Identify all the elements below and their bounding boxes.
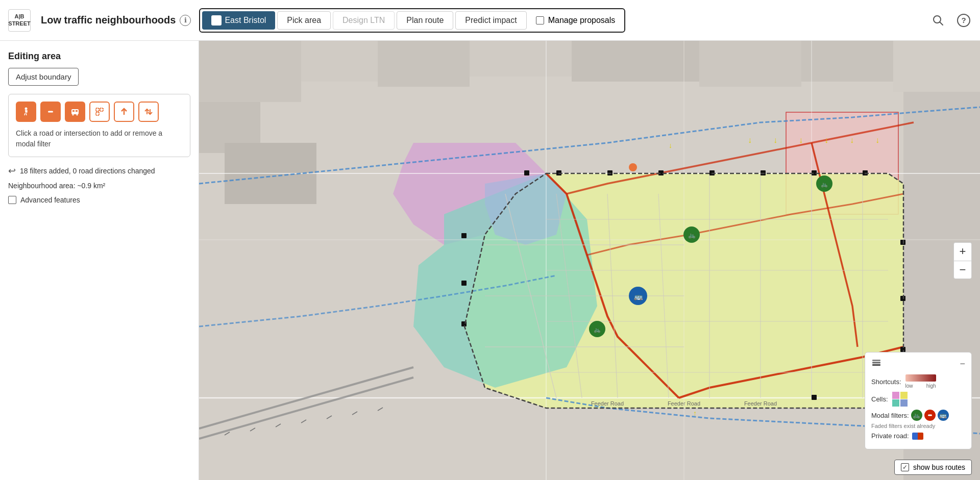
layers-icon [871, 358, 881, 370]
private-road-label: Private road: [871, 432, 909, 440]
pick-area-tab[interactable]: Pick area [277, 11, 331, 30]
svg-text:↓: ↓ [824, 136, 828, 144]
svg-rect-106 [872, 362, 880, 364]
svg-rect-107 [872, 360, 880, 361]
area-name-label: East Bristol [225, 16, 266, 25]
map-canvas[interactable]: Feeder Road Feeder Road Feeder Road [199, 41, 980, 480]
manage-proposals-checkbox[interactable] [536, 16, 544, 24]
logo-area: A|B STREET [8, 9, 31, 32]
header: A|B STREET Low traffic neighbourhoods ℹ … [0, 0, 980, 41]
shortcut-scale: low high [905, 383, 936, 389]
cell-sq-pink [892, 392, 899, 399]
svg-rect-27 [470, 41, 572, 77]
tool-walking-icon[interactable] [16, 102, 36, 122]
tool-bus-icon[interactable] [65, 102, 85, 122]
advanced-features-row[interactable]: Advanced features [8, 196, 190, 204]
tool-description: Click a road or intersection to add or r… [16, 128, 183, 149]
legend-header: − [871, 358, 965, 370]
svg-rect-16 [100, 108, 103, 111]
modal-filter-no-entry-icon [924, 410, 936, 421]
modal-filters-label: Modal filters: [871, 412, 909, 419]
faded-filters-text: Faded filters exist already [871, 423, 965, 429]
svg-rect-63 [524, 170, 529, 175]
app-title: Low traffic neighbourhoods [41, 14, 176, 26]
modal-filter-bus-icon: 🚌 [938, 410, 949, 421]
shortcut-gradient [905, 374, 936, 382]
svg-text:↓: ↓ [799, 136, 803, 144]
svg-rect-22 [199, 41, 301, 102]
svg-text:↓: ↓ [748, 136, 752, 144]
svg-rect-29 [699, 41, 801, 87]
scale-high-label: high [926, 383, 936, 389]
svg-text:🚲: 🚲 [594, 326, 601, 333]
scale-low-label: low [905, 383, 913, 389]
svg-point-14 [77, 114, 78, 116]
svg-rect-109 [928, 415, 932, 416]
svg-rect-76 [461, 281, 467, 286]
bus-routes-label: show bus routes [913, 463, 965, 471]
svg-text:Feeder Road: Feeder Road [744, 400, 777, 407]
sidebar: Editing area Adjust boundary [0, 41, 199, 480]
tool-no-entry-icon[interactable] [40, 102, 61, 122]
area-selector-east-bristol[interactable]: East Bristol [202, 11, 275, 30]
help-button[interactable]: ? [955, 12, 972, 29]
bus-routes-checkbox[interactable]: ✓ [901, 463, 909, 471]
editing-area-title: Editing area [8, 51, 190, 62]
advanced-features-checkbox[interactable] [8, 196, 16, 204]
svg-rect-74 [812, 395, 817, 400]
tool-up-arrow-icon[interactable] [114, 102, 134, 122]
shortcuts-label: Shortcuts: [871, 378, 901, 386]
svg-marker-38 [485, 173, 567, 245]
svg-rect-23 [301, 41, 378, 82]
logo-icon: A|B STREET [8, 9, 31, 32]
svg-point-13 [72, 114, 74, 116]
svg-text:↓: ↓ [669, 141, 672, 149]
bus-routes-toggle[interactable]: ✓ show bus routes [894, 460, 972, 475]
svg-line-4 [940, 22, 943, 25]
undo-icon: ↩ [8, 165, 16, 176]
search-button[interactable] [930, 12, 946, 29]
svg-rect-17 [96, 112, 99, 115]
svg-rect-9 [48, 111, 53, 113]
zoom-in-button[interactable]: + [953, 242, 972, 261]
shortcuts-row: Shortcuts: low high [871, 374, 965, 389]
design-ltn-tab[interactable]: Design LTN [333, 11, 395, 30]
legend-close-button[interactable]: − [960, 359, 965, 369]
modal-filters-row: Modal filters: 🚲 🚌 [871, 410, 965, 421]
cell-sq-teal [892, 399, 899, 407]
private-road-row: Private road: [871, 432, 965, 440]
info-icon[interactable]: ℹ [180, 15, 191, 26]
manage-proposals-area[interactable]: Manage proposals [529, 12, 623, 29]
predict-impact-tab[interactable]: Predict impact [455, 11, 526, 30]
svg-line-7 [26, 113, 27, 115]
manage-proposals-label: Manage proposals [548, 16, 616, 25]
svg-rect-105 [872, 364, 880, 366]
plan-route-tab[interactable]: Plan route [397, 11, 453, 30]
cells-row: Cells: [871, 392, 965, 407]
adjust-boundary-button[interactable]: Adjust boundary [8, 68, 79, 86]
cell-sq-blue [900, 399, 908, 407]
svg-rect-30 [801, 41, 893, 82]
modal-filter-cycle-icon: 🚲 [911, 410, 922, 421]
map-container[interactable]: Feeder Road Feeder Road Feeder Road [199, 41, 980, 480]
cell-sq-yellow [900, 392, 908, 399]
tool-panel: Click a road or intersection to add or r… [8, 94, 190, 157]
zoom-out-button[interactable]: − [953, 261, 972, 279]
tool-two-way-icon[interactable] [138, 102, 159, 122]
tool-select-icon[interactable] [89, 102, 110, 122]
nav-tabs: East Bristol Pick area Design LTN Plan r… [199, 8, 625, 33]
svg-text:🚌: 🚌 [634, 292, 643, 301]
svg-rect-31 [893, 41, 980, 92]
svg-rect-75 [461, 233, 467, 238]
bus-checkbox-check: ✓ [902, 464, 908, 471]
svg-rect-10 [71, 109, 79, 114]
svg-text:↓: ↓ [850, 136, 854, 144]
neighbourhood-area-text: Neighbourhood area: ~0.9 km² [8, 182, 190, 190]
svg-text:🚲: 🚲 [821, 181, 828, 188]
svg-text:↓: ↓ [773, 136, 777, 144]
legend-panel: − Shortcuts: low high Cells: [865, 352, 972, 449]
private-road-icon [912, 433, 923, 440]
undo-row: ↩ 18 filters added, 0 road directions ch… [8, 165, 190, 176]
cells-grid [892, 392, 909, 407]
svg-rect-15 [96, 108, 99, 111]
